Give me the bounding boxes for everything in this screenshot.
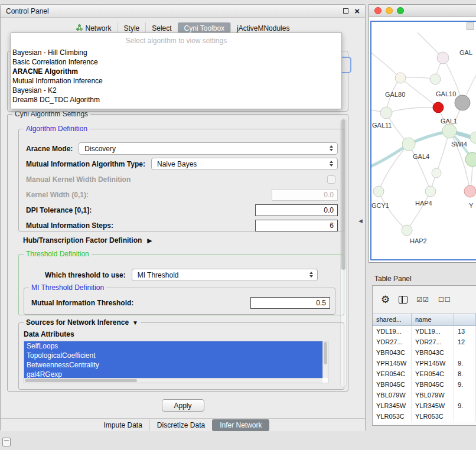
table-row[interactable]: YLR053CYLR053C: [373, 411, 476, 422]
table-cell: YBR045C: [412, 379, 454, 390]
network-edge[interactable]: [371, 50, 400, 78]
table-row[interactable]: YBL079WYBL079W: [373, 390, 476, 400]
table-cell: 12: [454, 337, 476, 347]
table-row[interactable]: YPR145WYPR145W9.: [373, 358, 476, 369]
list-horizontal-scrollbar[interactable]: [24, 378, 322, 383]
data-attributes-label: Data Attributes: [24, 330, 74, 338]
node-4[interactable]: [432, 168, 441, 178]
close-traffic-light[interactable]: [374, 7, 382, 14]
node-gal4[interactable]: [402, 138, 415, 151]
bottom-tab-discretize-data[interactable]: Discretize Data: [149, 419, 212, 431]
table-cell: YDL19...: [412, 326, 454, 337]
column-header-2[interactable]: [454, 314, 476, 325]
aracne-mode-select[interactable]: Discovery: [79, 142, 338, 155]
network-node-label: GAL4: [413, 153, 429, 160]
node-2[interactable]: [430, 74, 441, 84]
attribute-item-betweennesscentrality[interactable]: BetweennessCentrality: [24, 360, 322, 370]
checked-boxes-icon[interactable]: ☑☑: [416, 296, 429, 303]
list-vertical-scrollbar[interactable]: [322, 341, 328, 378]
sources-group: Sources for Network Inference ▼ Data Att…: [18, 322, 344, 390]
bottom-tab-bar: Impute DataDiscretize DataInfer Network: [1, 418, 365, 431]
network-node-label: GAL80: [385, 91, 405, 98]
node-hap2[interactable]: [402, 225, 412, 236]
scrollbar-thumb[interactable]: [25, 379, 137, 382]
close-icon[interactable]: ×: [354, 6, 360, 15]
kernel-width-input[interactable]: [272, 189, 338, 201]
node-5[interactable]: [464, 185, 476, 197]
attribute-item-selfloops[interactable]: SelfLoops: [24, 341, 322, 351]
mi-threshold-input[interactable]: [250, 297, 330, 309]
table-cell: YDR27...: [412, 337, 454, 347]
node-gal10[interactable]: [455, 95, 470, 110]
control-panel-window: Control Panel × NetworkStyleSelectCyni T…: [0, 4, 366, 431]
collapse-left-arrow-icon[interactable]: ◀: [358, 218, 363, 224]
threshold-definition-group: Threshold Definition Which threshold to …: [18, 254, 344, 315]
unchecked-boxes-icon[interactable]: ☐☐: [438, 296, 451, 303]
algorithm-option-aracne-algorithm[interactable]: ARACNE Algorithm: [11, 67, 341, 76]
network-node-label: Y: [469, 202, 474, 209]
table-cell: YLR053C: [373, 411, 412, 422]
window-title: Control Panel: [6, 7, 49, 15]
dpi-tolerance-input[interactable]: [255, 204, 338, 216]
screen: Control Panel × NetworkStyleSelectCyni T…: [0, 0, 476, 450]
threshold-definition-title: Threshold Definition: [24, 250, 92, 258]
mi-steps-label: Mutual Information Steps:: [26, 221, 113, 230]
column-header-0[interactable]: shared...: [373, 314, 412, 325]
network-node-label: SWI4: [451, 141, 467, 148]
network-edge[interactable]: [386, 107, 438, 113]
table-row[interactable]: YBR043CYBR043C: [373, 347, 476, 358]
node-1[interactable]: [437, 52, 449, 64]
docked-panel-icon[interactable]: [2, 438, 11, 446]
sources-collapser[interactable]: Sources for Network Inference ▼: [24, 318, 141, 327]
node-hap4[interactable]: [425, 186, 436, 197]
network-edge[interactable]: [407, 191, 431, 230]
algorithm-option-mutual-information-inference[interactable]: Mutual Information Inference: [11, 76, 341, 86]
table-cell: [454, 390, 476, 400]
algorithm-option-bayesian-hill-climbing[interactable]: Bayesian - Hill Climbing: [11, 48, 341, 57]
minimize-traffic-light[interactable]: [386, 7, 393, 14]
bottom-tab-impute-data[interactable]: Impute Data: [96, 419, 149, 431]
node-swi4[interactable]: [470, 132, 476, 144]
mi-steps-input[interactable]: [255, 220, 338, 231]
float-window-icon[interactable]: [343, 8, 348, 14]
table-row[interactable]: YDL19...YDL19...13: [373, 326, 476, 337]
table-cell: YER054C: [412, 369, 454, 379]
algorithm-option-dream8-dc-tdc-algorithm[interactable]: Dream8 DC_TDC Algorithm: [11, 95, 341, 105]
table-row[interactable]: YER054CYER054C8.: [373, 369, 476, 379]
column-header-1[interactable]: name: [412, 314, 454, 325]
control-panel-titlebar: Control Panel ×: [1, 5, 365, 18]
table-header-row: shared...name: [373, 314, 476, 326]
tab-label: Select: [152, 24, 171, 32]
node-gcy1[interactable]: [373, 186, 384, 197]
zoom-traffic-light[interactable]: [397, 7, 404, 14]
algorithm-option-list: Bayesian - Hill ClimbingBasic Correlatio…: [11, 48, 341, 105]
network-edge[interactable]: [379, 144, 409, 191]
node-gal80[interactable]: [395, 73, 406, 83]
mi-algorithm-type-select[interactable]: Naive Bayes: [151, 158, 338, 170]
table-cell: 8.: [454, 369, 476, 379]
apply-button[interactable]: Apply: [162, 399, 204, 412]
scrollbar-thumb[interactable]: [324, 342, 327, 364]
hub-definition-expander[interactable]: Hub/Transcription Factor Definition ▶: [23, 236, 152, 244]
which-threshold-select[interactable]: MI Threshold: [132, 269, 318, 281]
attribute-item-topologicalcoefficient[interactable]: TopologicalCoefficient: [24, 351, 322, 360]
node-gal11[interactable]: [380, 107, 392, 119]
node-gal1[interactable]: [442, 124, 457, 138]
table-row[interactable]: YLR345WYLR345W9.: [373, 400, 476, 411]
settings-gear-icon[interactable]: ⚙: [381, 295, 390, 305]
algorithm-option-basic-correlation-inference[interactable]: Basic Correlation Inference: [11, 57, 341, 67]
table-cell: YLR053C: [412, 411, 454, 422]
network-edge[interactable]: [409, 144, 431, 191]
manual-kernel-width-checkbox[interactable]: [327, 175, 335, 184]
table-row[interactable]: YDR27...YDR27...12: [373, 337, 476, 347]
network-node-label: GCY1: [371, 202, 389, 209]
network-canvas[interactable]: GALGAL80GAL10GAL11GAL1SWI4GAL4GCY1HAP4YH…: [370, 21, 476, 260]
algorithm-dropdown-placeholder: Select algorithm to view settings: [11, 33, 341, 48]
bottom-tab-infer-network[interactable]: Infer Network: [212, 419, 269, 431]
table-row[interactable]: YBR045CYBR045C9.: [373, 379, 476, 390]
node-3[interactable]: [465, 152, 476, 167]
algorithm-option-bayesian-k2[interactable]: Bayesian - K2: [11, 86, 341, 95]
network-edge[interactable]: [379, 191, 407, 230]
column-layout-icon[interactable]: [399, 296, 407, 304]
node-red[interactable]: [433, 102, 444, 113]
